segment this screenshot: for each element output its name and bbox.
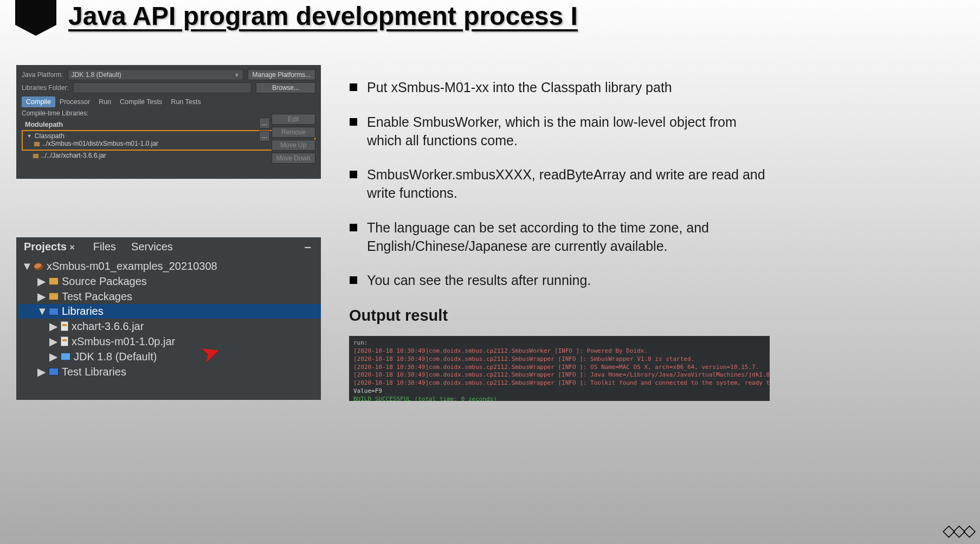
diamond-decoration-icon: ◇◇◇	[943, 521, 973, 540]
triangle-down-icon: ▼	[37, 305, 46, 318]
list-item: Enable SmbusWorker, which is the main lo…	[350, 113, 767, 150]
java-platform-combo[interactable]: JDK 1.8 (Default) ▼	[68, 69, 243, 80]
square-bullet-icon	[350, 118, 357, 126]
tab-services[interactable]: Services	[124, 237, 180, 256]
move-up-button[interactable]: Move Up	[272, 140, 315, 151]
triangle-right-icon: ▶	[37, 290, 46, 303]
console-value: Value=F9	[353, 387, 765, 396]
chevron-down-icon: ▼	[234, 72, 240, 78]
bullet-list: Put xSmbus-M01-xx into the Classpath lib…	[350, 79, 767, 306]
java-platform-value: JDK 1.8 (Default)	[72, 71, 121, 79]
square-bullet-icon	[350, 276, 357, 284]
tab-processor[interactable]: Processor	[55, 96, 94, 107]
jdk-node[interactable]: ▶ JDK 1.8 (Default)	[18, 349, 321, 364]
list-item: The language can be set according to the…	[350, 219, 767, 256]
package-icon	[49, 293, 59, 300]
test-packages-node[interactable]: ▶ Test Packages	[18, 289, 321, 304]
console-run-label: run:	[353, 339, 765, 347]
jdk-icon	[61, 353, 70, 360]
libraries-folder-label: Libraries Folder:	[22, 84, 69, 92]
coffee-cup-icon	[34, 263, 43, 270]
remove-button[interactable]: Remove	[272, 127, 315, 138]
console-line: [2020-10-18 10:30:49]com.doidx.smbus.cp2…	[353, 347, 765, 355]
library-tabs: Compile Processor Run Compile Tests Run …	[22, 96, 315, 107]
triangle-down-icon: ▼	[22, 260, 30, 273]
triangle-right-icon: ▶	[37, 365, 46, 378]
library-icon	[49, 368, 59, 375]
slide-badge	[15, 0, 56, 25]
java-platform-label: Java Platform:	[22, 71, 63, 79]
console-line: [2020-10-18 10:30:49]com.doidx.smbus.cp2…	[353, 371, 765, 379]
test-libraries-node[interactable]: ▶ Test Libraries	[18, 364, 321, 379]
ellipsis-button[interactable]: ...	[259, 118, 270, 128]
library-icon	[49, 308, 59, 315]
project-root-node[interactable]: ▼ xSmbus-m01_examples_20210308	[18, 259, 321, 274]
xchart-jar-node[interactable]: ▶ xchart-3.6.6.jar	[18, 319, 321, 334]
triangle-right-icon: ▶	[49, 350, 57, 363]
tab-projects[interactable]: Projects ×	[16, 237, 86, 256]
tab-compile-tests[interactable]: Compile Tests	[115, 96, 166, 107]
tab-run[interactable]: Run	[94, 96, 115, 107]
source-packages-node[interactable]: ▶ Source Packages	[18, 274, 321, 289]
jar-icon	[33, 153, 39, 159]
ellipsis-button[interactable]: ...	[259, 131, 270, 141]
project-properties-panel: Java Platform: JDK 1.8 (Default) ▼ Manag…	[16, 65, 321, 179]
edit-button[interactable]: Edit	[272, 114, 315, 125]
triangle-right-icon: ▶	[49, 335, 57, 348]
console-line: [2020-10-18 10:30:49]com.doidx.smbus.cp2…	[353, 355, 765, 364]
libraries-folder-field[interactable]	[73, 82, 252, 93]
list-item: Put xSmbus-M01-xx into the Classpath lib…	[350, 79, 767, 97]
square-bullet-icon	[350, 83, 357, 91]
browse-button[interactable]: Browse...	[256, 82, 315, 93]
move-down-button[interactable]: Move Down	[272, 153, 315, 164]
triangle-right-icon: ▶	[37, 275, 46, 288]
jar-icon	[61, 321, 68, 331]
manage-platforms-button[interactable]: Manage Platforms...	[248, 69, 315, 80]
libraries-node[interactable]: ▼ Libraries	[18, 304, 321, 319]
console-success: BUILD SUCCESSFUL (total time: 0 seconds)	[353, 396, 765, 401]
triangle-down-icon: ▼	[27, 133, 32, 139]
output-console: run: [2020-10-18 10:30:49]com.doidx.smbu…	[349, 336, 770, 401]
console-line: [2020-10-18 10:30:49]com.doidx.smbus.cp2…	[353, 364, 765, 372]
package-icon	[49, 277, 59, 285]
list-item: You can see the results after running.	[350, 271, 767, 290]
square-bullet-icon	[350, 224, 357, 231]
close-icon[interactable]: ×	[70, 243, 78, 252]
minimize-icon[interactable]: –	[305, 240, 311, 254]
list-item: SmbusWorker.smbusXXXX, readByteArray and…	[350, 166, 767, 203]
square-bullet-icon	[350, 171, 357, 178]
output-result-heading: Output result	[349, 307, 448, 325]
tab-run-tests[interactable]: Run Tests	[166, 96, 205, 107]
jar-icon	[61, 336, 68, 346]
tab-files[interactable]: Files	[86, 237, 124, 256]
tab-compile[interactable]: Compile	[22, 96, 55, 107]
triangle-right-icon: ▶	[49, 320, 57, 333]
projects-panel: Projects × Files Services – ▼ xSmbus-m01…	[16, 237, 321, 400]
jar-icon	[34, 141, 40, 147]
xsmbus-jar-node[interactable]: ▶ xSmbus-m01-1.0p.jar	[18, 334, 321, 349]
console-line: [2020-10-18 10:30:49]com.doidx.smbus.cp2…	[353, 379, 765, 387]
slide-title: Java API program development process I	[68, 1, 578, 31]
